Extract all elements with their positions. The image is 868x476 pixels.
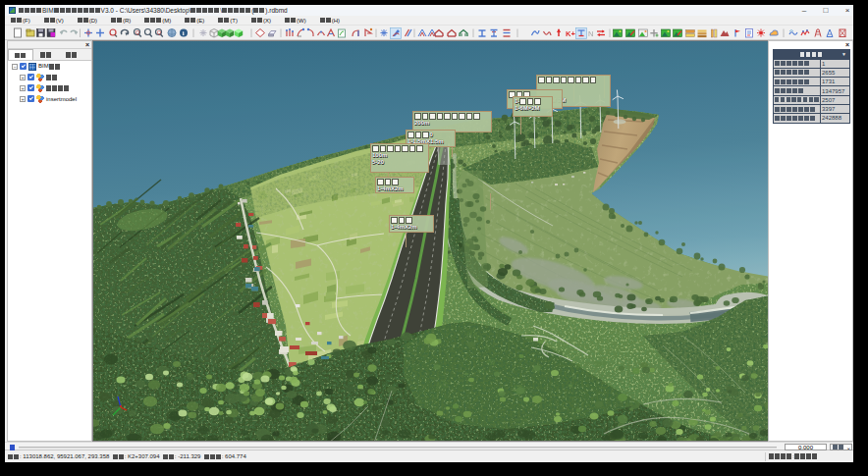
svg-text:Q: Q xyxy=(157,29,161,35)
svg-text:K+: K+ xyxy=(566,29,575,38)
svg-text:N: N xyxy=(588,29,593,38)
svg-text:Q: Q xyxy=(136,29,139,35)
svg-text:i: i xyxy=(183,29,185,37)
